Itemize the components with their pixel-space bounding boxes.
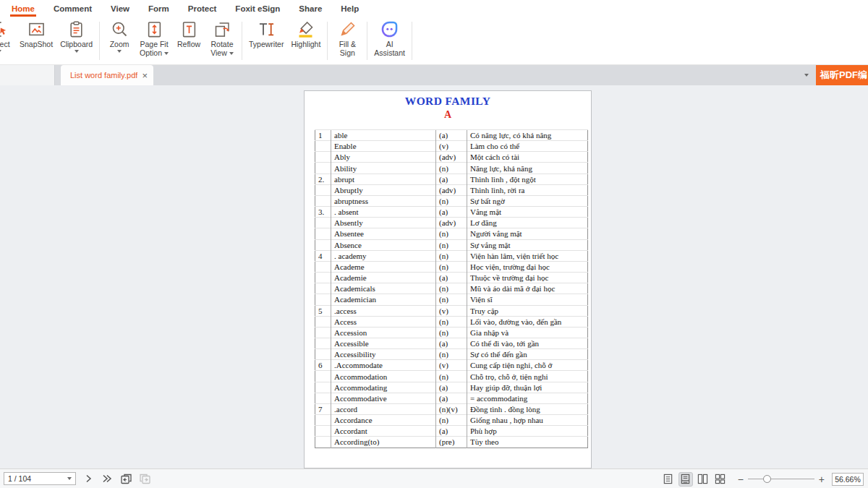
ai-assistant-button[interactable]: AI Assistant: [370, 17, 409, 64]
zoom-in-button[interactable]: +: [814, 474, 829, 484]
ai-assistant-icon: [380, 20, 399, 39]
previous-view-button[interactable]: [119, 472, 132, 485]
page-fit-option-button[interactable]: Page Fit Option: [136, 17, 172, 64]
menu-item[interactable]: Help: [331, 0, 368, 17]
menu-item[interactable]: Form: [139, 0, 179, 17]
table-row: Enable (v) Làm cho có thể: [315, 141, 588, 152]
meaning-cell: Mũ và áo dài mã ở đại học: [467, 283, 588, 294]
snapshot-label: SnapShot: [20, 40, 53, 48]
pos-cell: (adv): [436, 152, 467, 163]
meaning-cell: Có thể đi vào, tới gần: [467, 338, 588, 348]
close-icon[interactable]: ×: [142, 71, 148, 80]
highlight-button[interactable]: Highlight: [287, 17, 324, 64]
table-row: 5 .access (v) Truy cập: [315, 305, 588, 316]
clipboard-button[interactable]: Clipboard: [56, 17, 96, 64]
table-row: Access (n) Lối vào, đường vào, đến gần: [315, 316, 588, 327]
pdf-page: WORD FAMILY A 1 able (a) Có năng lực, có…: [304, 90, 592, 468]
typewriter-button[interactable]: Typewriter: [245, 17, 287, 64]
clipboard-label: Clipboard: [60, 40, 93, 48]
menu-item[interactable]: Foxit eSign: [226, 0, 289, 17]
document-tab[interactable]: List word family.pdf ×: [61, 65, 153, 85]
zoom-slider-handle[interactable]: [763, 475, 771, 483]
row-number-cell: 1: [315, 130, 331, 141]
row-number-cell: 3.: [315, 207, 331, 218]
row-number-cell: [315, 349, 331, 360]
zoom-button[interactable]: Zoom: [103, 17, 136, 64]
single-page-layout-button[interactable]: [661, 472, 676, 487]
document-tab-title: List word family.pdf: [70, 71, 137, 80]
rotate-view-button[interactable]: Rotate View: [205, 17, 239, 64]
table-row: 6 .Accommodate (v) Cung cấp tiện nghi, c…: [315, 360, 588, 371]
word-cell: Accommodation: [331, 371, 436, 382]
clipboard-icon: [67, 20, 86, 39]
table-row: Absently (adv) Lơ đãng: [315, 218, 588, 228]
menu-item[interactable]: Comment: [44, 0, 101, 17]
continuous-layout-button[interactable]: [678, 472, 693, 487]
menu-item[interactable]: Share: [289, 0, 331, 17]
meaning-cell: Cung cấp tiện nghi, chỗ ở: [467, 360, 588, 371]
pos-cell: (n): [436, 163, 467, 174]
table-row: Ably (adv) Một cách có tài: [315, 152, 588, 163]
word-cell: Accession: [331, 327, 436, 338]
table-row: Accession (n) Gia nhập và: [315, 327, 588, 338]
fill-sign-button[interactable]: Fill & Sign: [331, 17, 364, 64]
menu-item[interactable]: Protect: [179, 0, 226, 17]
reflow-button[interactable]: Reflow: [172, 17, 205, 64]
page-number-dropdown[interactable]: 1 / 104: [4, 472, 76, 485]
continuous-facing-icon: [715, 474, 726, 484]
table-row: Absence (n) Sự vắng mặt: [315, 239, 588, 250]
meaning-cell: Có năng lực, có khả năng: [467, 130, 588, 141]
row-number-cell: [315, 261, 331, 272]
select-button[interactable]: Select: [0, 17, 16, 64]
next-view-icon: [139, 473, 151, 485]
facing-layout-button[interactable]: [696, 472, 710, 487]
row-number-cell: [315, 218, 331, 228]
last-page-button[interactable]: [101, 472, 114, 485]
meaning-cell: Làm cho có thể: [467, 141, 588, 152]
meaning-cell: Vắng mặt: [467, 207, 588, 218]
meaning-cell: Người vắng mặt: [467, 228, 588, 239]
pos-cell: (a): [436, 426, 467, 437]
document-viewer[interactable]: WORD FAMILY A 1 able (a) Có năng lực, có…: [0, 85, 868, 468]
status-bar: 1 / 104: [0, 468, 868, 488]
rotate-view-label: Rotate View: [210, 40, 234, 57]
zoom-slider[interactable]: [748, 473, 814, 486]
zoom-level-field[interactable]: 56.66%: [832, 473, 864, 486]
table-row: Accordance (n) Giống nhau , hợp nhau: [315, 415, 588, 426]
zoom-icon: [110, 20, 129, 39]
menu-item[interactable]: Home: [2, 0, 44, 17]
continuous-facing-layout-button[interactable]: [713, 472, 728, 487]
table-row: 1 able (a) Có năng lực, có khả năng: [315, 130, 588, 141]
row-number-cell: 6: [315, 360, 331, 371]
pos-cell: (a): [436, 338, 467, 348]
word-cell: Absentee: [331, 228, 436, 239]
word-cell: According(to): [331, 437, 436, 448]
tab-list-dropdown-button[interactable]: [797, 65, 816, 85]
row-number-cell: [315, 152, 331, 163]
meaning-cell: Giống nhau , hợp nhau: [467, 415, 588, 426]
next-view-button[interactable]: [138, 472, 151, 485]
chevron-down-icon: [229, 52, 234, 55]
pos-cell: (a): [436, 174, 467, 184]
pos-cell: (a): [436, 207, 467, 218]
word-cell: Accessible: [331, 338, 436, 348]
menu-item[interactable]: View: [101, 0, 139, 17]
snapshot-button[interactable]: SnapShot: [16, 17, 56, 64]
toolbar: Select SnapShot Clipboard Zoom: [0, 17, 868, 65]
chevron-down-icon: [0, 50, 1, 53]
table-row: Abruptly (adv) Thình lình, rời ra: [315, 184, 588, 195]
zoom-out-button[interactable]: −: [733, 474, 748, 484]
row-number-cell: [315, 283, 331, 294]
meaning-cell: Thình lình, rời ra: [467, 184, 588, 195]
table-row: Accordant (a) Phù hợp: [315, 426, 588, 437]
brand-button[interactable]: 福昕PDF编: [816, 65, 868, 85]
page-fit-option-label: Page Fit Option: [140, 40, 169, 57]
meaning-cell: Hay giúp đỡ, thuận lợi: [467, 382, 588, 393]
meaning-cell: Sự có thể đến gần: [467, 349, 588, 360]
row-number-cell: 4: [315, 250, 331, 261]
meaning-cell: Sự bất ngờ: [467, 195, 588, 206]
row-number-cell: [315, 141, 331, 152]
tab-partial[interactable]: [0, 65, 55, 85]
next-page-button[interactable]: [82, 472, 95, 485]
typewriter-label: Typewriter: [249, 40, 284, 48]
